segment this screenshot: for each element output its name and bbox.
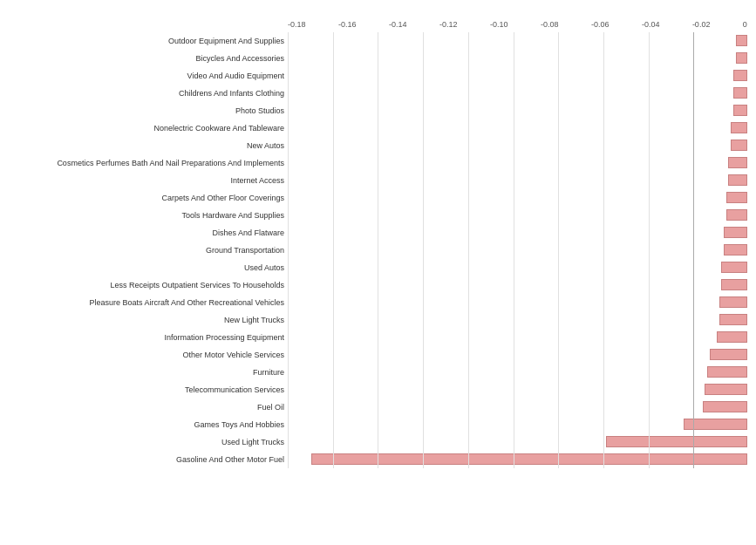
bar-row: Used Autos [9,259,747,276]
bar-label: Less Receipts Outpatient Services To Hou… [9,281,288,290]
bar-row: Cosmetics Perfumes Bath And Nail Prepara… [9,154,747,171]
bar [719,314,747,325]
bar [731,140,747,151]
chart-body: Outdoor Equipment And SuppliesBicycles A… [9,32,747,468]
bar-row: Outdoor Equipment And Supplies [9,32,747,49]
bar-track [288,224,747,241]
bar-track [288,259,747,276]
bar-label: Fuel Oil [9,403,288,412]
bar-track [288,119,747,136]
axis-label: -0.10 [490,20,508,29]
bar-track [288,433,747,450]
bar-label: Internet Access [9,176,288,185]
bar-row: Used Light Trucks [9,433,747,450]
bar [717,331,747,343]
bar-track [288,67,747,84]
bar-row: Photo Studios [9,102,747,119]
bar-track [288,451,747,467]
axis-label: -0.04 [642,20,660,29]
bar [736,35,748,46]
axis-label: -0.06 [591,20,610,29]
bar [719,296,747,308]
bar [311,453,747,465]
bar-track [288,416,747,433]
bar-label: Pleasure Boats Aircraft And Other Recrea… [9,298,288,307]
bar [733,87,747,99]
bar-track [288,50,747,66]
bar-row: Information Processing Equipment [9,329,747,345]
bar [724,244,747,255]
bar-track [288,154,747,171]
bar [728,174,747,186]
chart-title [0,9,756,13]
bar [733,105,747,116]
bar-row: Gasoline And Other Motor Fuel [9,451,747,467]
bar-label: Cosmetics Perfumes Bath And Nail Prepara… [9,159,288,167]
bar [703,401,747,412]
bar-label: Bicycles And Accessories [9,54,288,63]
axis-label: -0.08 [541,20,559,29]
bar-track [288,364,747,380]
bar-label: Dishes And Flatware [9,228,288,237]
bar-row: Games Toys And Hobbies [9,416,747,433]
bar-label: Gasoline And Other Motor Fuel [9,455,288,464]
bar-label: Outdoor Equipment And Supplies [9,37,288,45]
bar-label: Information Processing Equipment [9,333,288,342]
bar-track [288,32,747,49]
bar [731,122,747,133]
axis-labels: -0.18-0.16-0.14-0.12-0.10-0.08-0.06-0.04… [288,20,747,29]
bar [707,366,747,378]
bar-row: Telecommunication Services [9,381,747,398]
bar [606,436,747,447]
bar-track [288,294,747,310]
bar-track [288,137,747,153]
axis-label: 0 [743,20,747,29]
chart-container: -0.18-0.16-0.14-0.12-0.10-0.08-0.06-0.04… [0,0,756,545]
bar-row: Carpets And Other Floor Coverings [9,189,747,206]
bar-row: Fuel Oil [9,399,747,415]
bar-label: New Light Trucks [9,316,288,324]
bar-row: New Autos [9,137,747,153]
bar-label: Ground Transportation [9,246,288,255]
bar-row: Other Motor Vehicle Services [9,346,747,363]
bar-row: Dishes And Flatware [9,224,747,241]
bar-label: Carpets And Other Floor Coverings [9,194,288,202]
bar-label: Telecommunication Services [9,385,288,394]
bar-row: Childrens And Infants Clothing [9,85,747,101]
bar-track [288,85,747,101]
bar [726,192,747,203]
bar-track [288,346,747,363]
bar-track [288,172,747,188]
bar [728,157,747,168]
bar-label: Other Motor Vehicle Services [9,351,288,359]
bar [705,384,747,395]
bar [726,209,747,221]
bar-row: Tools Hardware And Supplies [9,207,747,223]
axis-label: -0.18 [288,20,306,29]
bar-label: Used Light Trucks [9,438,288,446]
bar-track [288,242,747,258]
bar-label: Tools Hardware And Supplies [9,211,288,220]
bar-track [288,189,747,206]
bar-row: Pleasure Boats Aircraft And Other Recrea… [9,294,747,310]
bar [710,349,747,360]
bar-label: Video And Audio Equipment [9,72,288,80]
axis-label: -0.16 [338,20,357,29]
bar [736,52,748,64]
bar [721,279,747,290]
bar-track [288,329,747,345]
chart-area: -0.18-0.16-0.14-0.12-0.10-0.08-0.06-0.04… [0,20,756,468]
bar-row: Ground Transportation [9,242,747,258]
bar-label: Used Autos [9,263,288,272]
bar-row: Video And Audio Equipment [9,67,747,84]
bar-row: Internet Access [9,172,747,188]
bar-track [288,399,747,415]
bar-label: Childrens And Infants Clothing [9,89,288,98]
bar-row: New Light Trucks [9,311,747,328]
bar-track [288,102,747,119]
axis-label: -0.14 [389,20,407,29]
bar-row: Bicycles And Accessories [9,50,747,66]
bar-track [288,207,747,223]
axis-label: -0.12 [439,20,458,29]
bar [733,70,747,81]
